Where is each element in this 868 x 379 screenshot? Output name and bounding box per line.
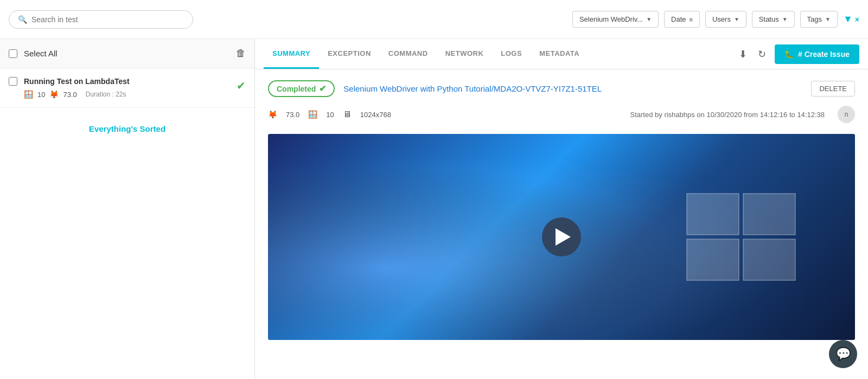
test-item-checkbox[interactable] [9,77,17,86]
active-filter-indicator[interactable]: ▼ × [843,14,859,25]
video-player[interactable] [268,134,855,340]
test-item-title: Running Test on LambdaTest [24,77,230,86]
os-meta-icon: 🪟 [308,110,317,119]
select-all-row: Select All 🗑 [0,39,254,68]
top-bar: 🔍 Selenium WebDriv... ▼ Date ≡ Users ▼ S… [0,0,868,39]
detail-area: Completed ✔ Selenium WebDriver with Pyth… [255,69,868,379]
play-icon [556,228,571,246]
search-icon: 🔍 [18,15,27,24]
started-by-info: Started by rishabhps on 10/30/2020 from … [630,111,825,119]
right-panel: SUMMARY EXCEPTION COMMAND NETWORK LOGS M… [255,39,868,379]
create-issue-button[interactable]: 🐛 # Create Issue [775,44,859,64]
tab-exception[interactable]: EXCEPTION [319,39,380,69]
chevron-down-icon: ▼ [782,16,788,22]
chevron-down-icon: ▼ [646,16,652,22]
test-list-item[interactable]: Running Test on LambdaTest 🪟 10 🦊 73.0 D… [0,68,254,108]
selenium-filter-dropdown[interactable]: Selenium WebDriv... ▼ [572,11,659,28]
result-header: Completed ✔ Selenium WebDriver with Pyth… [268,80,855,97]
filter-clear-button[interactable]: × [855,15,859,24]
users-filter-dropdown[interactable]: Users ▼ [705,11,746,28]
resolution-meta: 1024x768 [360,111,391,119]
firefox-icon: 🦊 [49,90,59,99]
chevron-down-icon: ▼ [734,16,739,22]
date-filter-label: Date [671,15,686,23]
refresh-button[interactable]: ↻ [756,46,768,62]
chat-support-button[interactable]: 💬 [829,340,857,368]
delete-result-button[interactable]: DELETE [811,81,855,97]
os-windows-icon: 🪟 [24,90,33,99]
main-content: Select All 🗑 Running Test on LambdaTest … [0,39,868,379]
test-passed-icon: ✔ [237,79,246,92]
test-duration: Duration : 22s [86,91,126,98]
everything-sorted-message: Everything's Sorted [0,108,254,150]
status-badge: Completed ✔ [268,80,335,97]
left-panel: Select All 🗑 Running Test on LambdaTest … [0,39,255,379]
test-id-link[interactable]: MDA2O-VTVZ7-YI7Z1-51TEL [494,84,602,93]
tab-command[interactable]: COMMAND [380,39,437,69]
selenium-filter-label: Selenium WebDriv... [579,15,643,23]
search-input[interactable] [31,15,184,24]
tabs-bar: SUMMARY EXCEPTION COMMAND NETWORK LOGS M… [255,39,868,69]
monitor-icon: 🖥 [343,110,352,119]
completed-check-icon: ✔ [319,83,326,94]
os-version: 10 [37,91,45,99]
completed-label: Completed [277,85,316,93]
play-button[interactable] [542,217,581,256]
tab-actions: ⬇ ↻ 🐛 # Create Issue [737,44,859,64]
tab-logs[interactable]: LOGS [492,39,531,69]
status-filter-dropdown[interactable]: Status ▼ [752,11,795,28]
tab-metadata[interactable]: METADATA [531,39,588,69]
delete-selected-button[interactable]: 🗑 [236,48,246,59]
tags-filter-dropdown[interactable]: Tags ▼ [800,11,838,28]
os-version-meta: 10 [326,111,334,119]
select-all-label[interactable]: Select All [24,49,58,58]
tags-filter-label: Tags [807,15,822,23]
browser-version: 73.0 [63,91,76,99]
test-item-meta: 🪟 10 🦊 73.0 Duration : 22s [24,90,230,99]
date-filter-button[interactable]: Date ≡ [664,11,700,28]
search-box[interactable]: 🔍 [9,10,193,29]
tab-network[interactable]: NETWORK [437,39,493,69]
browser-version-meta: 73.0 [286,111,299,119]
select-all-checkbox[interactable] [9,49,17,58]
filter-lines-icon: ≡ [690,16,693,23]
status-filter-label: Status [759,15,779,23]
avatar: n [838,106,855,123]
filter-group: Selenium WebDriv... ▼ Date ≡ Users ▼ Sta… [572,11,859,28]
chevron-down-icon: ▼ [825,16,831,22]
download-button[interactable]: ⬇ [737,46,749,62]
test-item-info: Running Test on LambdaTest 🪟 10 🦊 73.0 D… [24,77,230,99]
test-title: Selenium WebDriver with Python Tutorial/… [343,84,602,93]
bug-icon: 🐛 [784,50,794,59]
chat-icon: 💬 [836,347,851,361]
tab-summary[interactable]: SUMMARY [264,39,319,69]
users-filter-label: Users [712,15,731,23]
result-meta-row: 🦊 73.0 🪟 10 🖥 1024x768 Started by rishab… [268,106,855,123]
funnel-icon: ▼ [843,14,853,25]
create-issue-label: # Create Issue [798,50,850,59]
firefox-meta-icon: 🦊 [268,110,277,119]
